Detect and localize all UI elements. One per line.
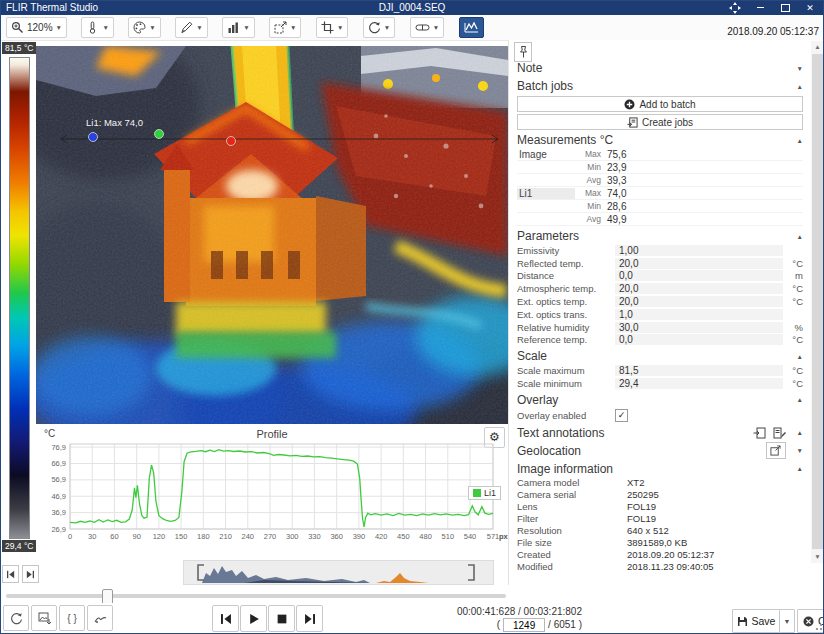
go-to-start-button[interactable] — [212, 605, 239, 632]
annotation-pen-button[interactable]: ▼ — [175, 17, 207, 38]
parameter-value-field[interactable]: 20,0 — [615, 258, 783, 269]
legend-item-li1[interactable]: Li1 — [468, 486, 501, 500]
time-display: 00:00:41:628 / 00:03:21:802 — [400, 605, 582, 618]
profile-plot-button[interactable] — [459, 17, 484, 38]
crop-button[interactable]: ▼ — [316, 17, 348, 38]
scale-min-field[interactable]: 29,4 — [615, 378, 783, 389]
frame-number-input[interactable] — [503, 618, 545, 632]
info-row: Modified2018.11.23 09:40:05 — [517, 561, 803, 573]
frame-total: / 6051 ) — [548, 619, 582, 630]
svg-text:390: 390 — [353, 532, 366, 541]
section-batch-jobs[interactable]: Batch jobs ▲ — [517, 78, 803, 94]
go-to-end-button[interactable] — [296, 605, 323, 632]
add-to-batch-label: Add to batch — [639, 99, 695, 110]
parameter-row: Ext. optics temp.20,0°C — [517, 295, 803, 308]
section-note[interactable]: Note ▼ — [517, 60, 803, 76]
histogram-button[interactable]: ▼ — [222, 17, 254, 38]
seek-slider[interactable] — [6, 589, 506, 603]
temperature-scale-button[interactable]: ▼ — [81, 17, 113, 38]
section-overlay[interactable]: Overlay ▲ — [517, 392, 803, 408]
isotherm-button[interactable]: ▼ — [410, 17, 444, 38]
scroll-thumb[interactable] — [812, 54, 823, 549]
sequence-timeline[interactable] — [183, 560, 494, 585]
refresh-button[interactable] — [3, 605, 29, 631]
svg-text:0: 0 — [68, 532, 72, 541]
settings-panel: ▲ ▼ Note ▼ Batch jobs ▲ Add to batch Cre… — [508, 40, 824, 585]
section-text-annotations[interactable]: Text annotations ▲ — [517, 425, 803, 441]
overlay-enabled-label: Overlay enabled — [517, 410, 615, 421]
thermal-image-view[interactable]: Li1: Max 74,0 — [36, 46, 508, 424]
histogram-icon — [227, 21, 240, 34]
edit-annotations-icon[interactable] — [773, 427, 786, 439]
palette-button[interactable]: ▼ — [128, 17, 160, 38]
parameter-value-field[interactable]: 30,0 — [615, 322, 783, 333]
formula-button[interactable]: { } — [59, 605, 85, 631]
thermal-image: Li1: Max 74,0 — [36, 46, 508, 424]
svg-text:150: 150 — [175, 532, 188, 541]
rotate-button[interactable]: ▼ — [363, 17, 395, 38]
legend-swatch — [473, 489, 481, 497]
parameter-row: Ext. optics trans.1,0 — [517, 308, 803, 321]
scroll-down-icon[interactable]: ▼ — [811, 551, 824, 563]
panel-scrollbar[interactable]: ▲ ▼ — [811, 41, 824, 563]
stop-button[interactable] — [268, 605, 295, 632]
close-window-button[interactable]: ✕ — [804, 2, 816, 13]
add-to-batch-button[interactable]: Add to batch — [517, 96, 803, 112]
svg-text:240: 240 — [242, 532, 255, 541]
parameter-value-field[interactable]: 20,0 — [615, 283, 783, 294]
prev-frame-button[interactable] — [2, 565, 19, 583]
save-button[interactable]: Save — [732, 609, 780, 633]
section-image-information[interactable]: Image information ▲ — [517, 461, 803, 477]
zoom-level-button[interactable]: 120%▼ — [6, 17, 67, 38]
section-measurements[interactable]: Measurements °C ▲ — [517, 132, 803, 148]
section-annotations-title: Text annotations — [517, 426, 604, 440]
maximize-button[interactable] — [779, 2, 791, 13]
parameter-row: Reference temp.0,0°C — [517, 334, 803, 347]
section-image-info-title: Image information — [517, 462, 613, 476]
region-tools-button[interactable]: ▼ — [269, 17, 301, 38]
svg-text:px: px — [499, 532, 508, 541]
parameter-value-field[interactable]: 1,0 — [615, 309, 783, 320]
svg-text:510: 510 — [442, 532, 455, 541]
scroll-up-icon[interactable]: ▲ — [811, 41, 824, 53]
save-options-button[interactable]: ▼ — [779, 609, 795, 633]
create-jobs-button[interactable]: Create jobs — [517, 114, 803, 130]
save-image-button[interactable] — [31, 605, 57, 631]
next-frame-button[interactable] — [22, 565, 39, 583]
scale-max-field[interactable]: 81,5 — [615, 365, 783, 376]
color-scale-bar[interactable] — [9, 57, 30, 539]
section-scale[interactable]: Scale ▲ — [517, 348, 803, 364]
range-start-bracket — [198, 565, 204, 580]
zoom-level-label: 120% — [27, 22, 53, 33]
import-annotations-icon[interactable] — [753, 427, 766, 439]
parameter-value-field[interactable]: 0,0 — [615, 334, 783, 345]
parameter-value-field[interactable]: 0,0 — [615, 270, 783, 281]
section-measurements-title: Measurements °C — [517, 133, 613, 147]
seek-track[interactable] — [6, 594, 506, 598]
minimize-button[interactable] — [754, 2, 766, 13]
scale-min-badge: 29,4 °C — [2, 540, 36, 552]
overlay-collapse-icon: ▲ — [797, 396, 803, 403]
stop-icon — [276, 613, 288, 625]
skip-end-icon — [304, 613, 316, 625]
overlay-enabled-checkbox[interactable]: ✓ — [615, 409, 628, 422]
plus-circle-icon — [624, 99, 635, 110]
line-max-marker — [227, 137, 236, 146]
title-bar: FLIR Thermal Studio DJI_0004.SEQ ✕ — [0, 0, 824, 15]
section-parameters[interactable]: Parameters ▲ — [517, 228, 803, 244]
parameter-value-field[interactable]: 1,00 — [615, 245, 783, 256]
open-geolocation-button[interactable] — [766, 442, 786, 459]
play-button[interactable] — [240, 605, 267, 632]
floppy-icon — [737, 616, 748, 627]
chart-title: Profile — [36, 428, 508, 440]
signature-button[interactable] — [87, 605, 113, 631]
image-save-icon — [38, 612, 51, 625]
profile-plot: 76,966,956,946,936,926,90306090120150180… — [36, 442, 508, 557]
line-label: Li1: Max 74,0 — [86, 117, 143, 128]
resize-grip[interactable] — [814, 624, 822, 632]
document-title: DJI_0004.SEQ — [0, 2, 824, 13]
section-geolocation[interactable]: Geolocation ▼ — [517, 443, 803, 459]
parameter-row: Distance0,0m — [517, 270, 803, 283]
parameter-value-field[interactable]: 20,0 — [615, 296, 783, 307]
range-end-bracket — [468, 565, 474, 580]
